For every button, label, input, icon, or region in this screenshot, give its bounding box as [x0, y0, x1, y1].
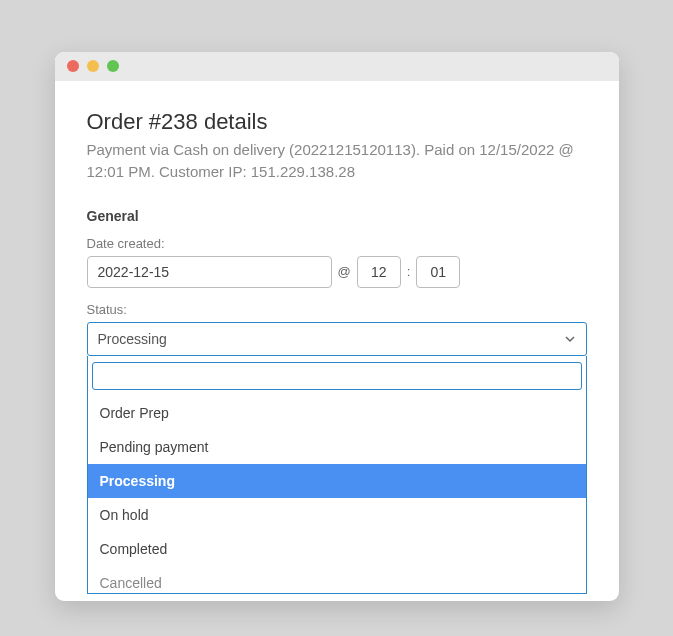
status-select-wrap: Processing Order Prep Pending payment Pr…	[87, 322, 587, 356]
window-titlebar	[55, 52, 619, 81]
at-separator: @	[338, 264, 351, 279]
general-heading: General	[87, 208, 587, 224]
status-selected-value: Processing	[98, 331, 167, 347]
status-options-list[interactable]: Order Prep Pending payment Processing On…	[88, 396, 586, 593]
content-area: Order #238 details Payment via Cash on d…	[55, 81, 619, 601]
status-dropdown: Order Prep Pending payment Processing On…	[87, 356, 587, 594]
dropdown-search-input[interactable]	[92, 362, 582, 390]
status-option[interactable]: Order Prep	[88, 396, 586, 430]
date-created-label: Date created:	[87, 236, 587, 251]
status-option[interactable]: Cancelled	[88, 566, 586, 593]
page-subtitle: Payment via Cash on delivery (2022121512…	[87, 139, 587, 184]
status-select[interactable]: Processing	[87, 322, 587, 356]
page-title: Order #238 details	[87, 109, 587, 135]
status-option-selected[interactable]: Processing	[88, 464, 586, 498]
status-label: Status:	[87, 302, 587, 317]
status-option[interactable]: Pending payment	[88, 430, 586, 464]
close-icon[interactable]	[67, 60, 79, 72]
dropdown-search-row	[88, 356, 586, 396]
status-option[interactable]: On hold	[88, 498, 586, 532]
date-input[interactable]	[87, 256, 332, 288]
minute-input[interactable]	[416, 256, 460, 288]
app-window: Order #238 details Payment via Cash on d…	[55, 52, 619, 601]
minimize-icon[interactable]	[87, 60, 99, 72]
hour-input[interactable]	[357, 256, 401, 288]
colon-separator: :	[407, 264, 411, 279]
chevron-down-icon	[564, 333, 576, 345]
status-option[interactable]: Completed	[88, 532, 586, 566]
maximize-icon[interactable]	[107, 60, 119, 72]
date-row: @ :	[87, 256, 587, 288]
